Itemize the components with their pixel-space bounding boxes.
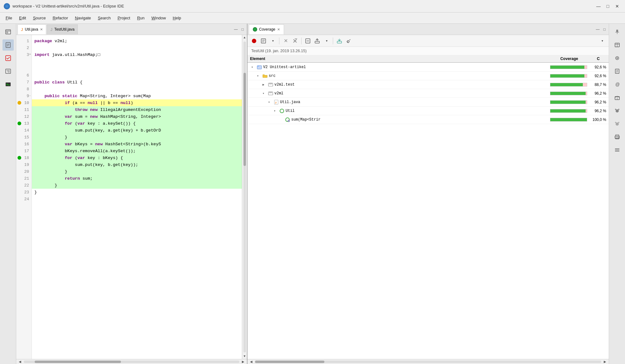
arrow-src[interactable]: ▾ <box>257 74 261 78</box>
coverage-table[interactable]: ▾ V2 Unittest-artikel 92,6 % ▾ <box>248 63 609 359</box>
scroll-track[interactable] <box>243 42 246 352</box>
coverage-row-v2unittest[interactable]: ▾ V2 Unittest-artikel 92,6 % <box>248 63 609 72</box>
coverage-row-sum-method[interactable]: sum(Map<Strir 100,0 % <box>248 115 609 124</box>
cov-scroll-track[interactable] <box>255 361 601 363</box>
import-button[interactable] <box>335 37 343 45</box>
scroll-right-arrow[interactable]: ▶ <box>241 359 246 364</box>
menu-file[interactable]: File <box>2 14 15 22</box>
minimize-button[interactable]: — <box>594 2 602 10</box>
link-button[interactable] <box>345 37 353 45</box>
right-icon-tool[interactable] <box>612 52 623 64</box>
horiz-scroll-track[interactable] <box>24 361 239 363</box>
menu-edit[interactable]: Edit <box>16 14 29 22</box>
history-dropdown-button[interactable]: ▾ <box>269 37 277 45</box>
maximize-button[interactable]: □ <box>604 2 612 10</box>
coverage-row-v2ml-test[interactable]: ▶ v2ml.test 88,7 % <box>248 80 609 89</box>
right-icon-at[interactable]: @ <box>612 79 623 90</box>
tab-testutil-java[interactable]: J TestUtil.java <box>47 24 78 34</box>
maximize-editor-btn[interactable]: □ <box>240 27 245 32</box>
export-button[interactable] <box>313 37 321 45</box>
code-content[interactable]: package v2ml; import java.util.HashMap;□… <box>32 35 242 359</box>
pct-util-java: 96,2 % <box>589 100 606 104</box>
coverage-row-src[interactable]: ▾ src 92,6 % <box>248 72 609 80</box>
right-icon-docs[interactable] <box>612 66 623 77</box>
scroll-up-arrow[interactable]: ▲ <box>243 35 246 40</box>
coverage-row-v2ml[interactable]: ▾ v2ml 96,2 % <box>248 89 609 98</box>
code-editor[interactable]: 1 2 3+ 6 7 8 9- 10 11 12 13 14 15 16 <box>16 35 247 359</box>
bar-wrap-util-java <box>550 100 587 104</box>
line-23: 23 <box>16 189 32 196</box>
scroll-left-arrow[interactable]: ◀ <box>18 359 22 364</box>
svg-rect-30 <box>269 83 272 84</box>
coverage-tab-close[interactable]: ✕ <box>277 27 280 32</box>
cov-scroll-left[interactable]: ◀ <box>249 359 254 364</box>
menu-source[interactable]: Source <box>30 14 49 22</box>
sidebar-console-icon[interactable] <box>2 79 14 90</box>
right-icon-paw2[interactable] <box>612 118 623 129</box>
coverage-row-name-util-class: ▾ Util <box>250 108 550 113</box>
svg-text:J: J <box>275 101 277 104</box>
coverage-row-util-java[interactable]: ▾ J Util.java 96,2 % <box>248 98 609 107</box>
cov-scroll-thumb <box>255 361 324 363</box>
cov-scroll-right[interactable]: ▶ <box>602 359 608 364</box>
line-19: 19 <box>16 161 32 168</box>
right-icon-paw1[interactable] <box>612 105 623 116</box>
menu-project[interactable]: Project <box>114 14 133 22</box>
tab-util-java[interactable]: J Util.java ✕ <box>18 24 46 34</box>
collapse-all-button[interactable] <box>304 37 312 45</box>
bar-fill-util-class <box>550 109 586 112</box>
coverage-tab[interactable]: Coverage ✕ <box>249 24 284 34</box>
export-dropdown-button[interactable]: ▾ <box>322 37 331 45</box>
tab-util-close[interactable]: ✕ <box>40 27 43 32</box>
sidebar-editor-icon[interactable] <box>2 39 14 51</box>
maximize-coverage-btn[interactable]: □ <box>602 27 607 32</box>
run-coverage-button[interactable] <box>250 37 258 45</box>
arrow-util-java[interactable]: ▾ <box>268 100 272 104</box>
more-dropdown-button[interactable]: ▾ <box>598 37 606 45</box>
code-line-10: if (a == null || b == null) <box>32 99 242 106</box>
right-icon-pin[interactable] <box>612 26 623 37</box>
sidebar-tasks-icon[interactable] <box>2 52 14 64</box>
coverage-row-util-class[interactable]: ▾ Util 96,2 % <box>248 107 609 115</box>
minimize-editor-btn[interactable]: — <box>233 27 239 32</box>
menu-help[interactable]: Help <box>170 14 184 22</box>
code-line-3: import java.util.HashMap;□ <box>32 51 242 58</box>
remove-all-button[interactable] <box>291 37 299 45</box>
code-line-17: bKeys.removeAll(a.keySet()); <box>32 147 242 154</box>
coverage-history-button[interactable] <box>259 37 268 45</box>
menu-search[interactable]: Search <box>95 14 114 22</box>
sidebar-outline-icon[interactable] <box>2 66 14 77</box>
breakpoint-green-18 <box>18 156 21 160</box>
menu-navigate[interactable]: Navigate <box>72 14 94 22</box>
right-icon-list[interactable] <box>612 144 623 156</box>
arrow-v2ml[interactable]: ▾ <box>262 92 267 95</box>
arrow-v2unittest[interactable]: ▾ <box>251 65 256 69</box>
arrow-util-class[interactable]: ▾ <box>274 109 278 113</box>
coverage-horiz-scrollbar[interactable]: ◀ ▶ <box>248 359 609 364</box>
coverage-pane: Coverage ✕ — □ ▾ ✕ <box>248 24 609 364</box>
title-bar: workspace - V2 Unittest-artikel/src/v2ml… <box>0 0 625 12</box>
right-icon-table[interactable] <box>612 39 623 51</box>
minimize-coverage-btn[interactable]: — <box>595 27 601 32</box>
code-line-7: public class Util { <box>32 79 242 86</box>
label-v2ml: v2ml <box>274 91 283 96</box>
remove-button[interactable]: ✕ <box>282 37 290 45</box>
arrow-v2ml-test[interactable]: ▶ <box>262 83 267 87</box>
scroll-down-arrow[interactable]: ▼ <box>243 354 246 359</box>
close-button[interactable]: ✕ <box>613 2 621 10</box>
left-sidebar <box>0 24 16 364</box>
right-icon-print[interactable] <box>612 131 623 142</box>
eclipse-icon <box>4 3 10 9</box>
menu-refactor[interactable]: Refactor <box>50 14 71 22</box>
coverage-tab-controls: — □ <box>595 27 609 32</box>
pct-v2ml-test: 88,7 % <box>589 82 606 87</box>
menu-run[interactable]: Run <box>134 14 148 22</box>
editor-vert-scrollbar[interactable]: ▲ ▼ <box>242 35 247 359</box>
menu-window[interactable]: Window <box>148 14 169 22</box>
editor-horiz-scrollbar[interactable]: ◀ ▶ <box>16 359 247 364</box>
bar-fill-v2ml-test <box>550 83 583 86</box>
line-24: 24 <box>16 196 32 202</box>
sidebar-navigator-icon[interactable] <box>2 26 14 37</box>
coverage-row-name-util-java: ▾ J Util.java <box>250 100 550 105</box>
right-icon-box[interactable] <box>612 92 623 103</box>
